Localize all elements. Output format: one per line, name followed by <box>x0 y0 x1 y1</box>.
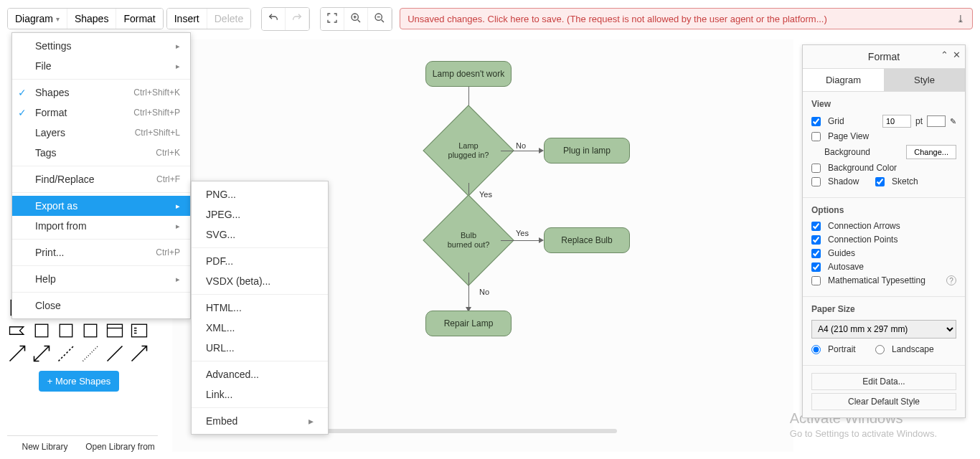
paper-size-select[interactable]: A4 (210 mm x 297 mm) <box>811 320 956 339</box>
library-bar: New Library Open Library from <box>7 435 158 452</box>
menu-item-shapes[interactable]: ✓ Shapes Ctrl+Shift+K <box>12 82 190 103</box>
zoom-out-button[interactable] <box>368 8 392 30</box>
grid-color-swatch[interactable] <box>927 115 946 127</box>
shape-list-icon[interactable] <box>129 321 149 341</box>
shape-and-icon[interactable] <box>7 321 27 341</box>
menu-item-help[interactable]: Help ▸ <box>12 269 190 289</box>
math-checkbox[interactable] <box>811 276 821 285</box>
menu-item-close[interactable]: Close <box>12 295 190 316</box>
sketch-checkbox[interactable] <box>875 177 885 186</box>
menu-group-edit: Insert Delete <box>166 8 251 29</box>
export-jpeg[interactable]: JPEG... <box>192 204 328 224</box>
grid-checkbox[interactable] <box>811 117 821 126</box>
export-vsdx[interactable]: VSDX (beta)... <box>192 271 328 291</box>
export-html[interactable]: HTML... <box>192 298 328 318</box>
flow-node-plug-in[interactable]: Plug in lamp <box>544 138 630 164</box>
arrow-right-icon <box>539 148 544 153</box>
export-pdf[interactable]: PDF... <box>192 251 328 271</box>
shape-window-icon[interactable] <box>105 321 125 341</box>
shape-diagarrow-icon[interactable] <box>7 344 27 364</box>
new-library-button[interactable]: New Library <box>7 442 83 452</box>
page-view-checkbox[interactable] <box>811 132 821 141</box>
menu-item-import-from[interactable]: Import from ▸ <box>12 216 190 236</box>
fit-page-button[interactable] <box>321 8 344 30</box>
landscape-radio[interactable] <box>875 345 885 354</box>
flow-node-replace-bulb[interactable]: Replace Bulb <box>544 227 630 253</box>
flow-node-start[interactable]: Lamp doesn't work <box>425 61 512 87</box>
shape-square3-icon[interactable] <box>80 321 100 341</box>
section-paper-size: Paper Size A4 (210 mm x 297 mm) Portrait… <box>803 297 965 366</box>
menu-separator <box>12 292 190 293</box>
conn-arrows-checkbox[interactable] <box>811 222 821 231</box>
zoom-in-icon <box>350 12 362 24</box>
portrait-radio[interactable] <box>811 345 821 354</box>
shape-biarrow-icon[interactable] <box>32 344 52 364</box>
more-shapes-button[interactable]: + More Shapes <box>39 371 120 392</box>
diagram-menu-dropdown: Settings ▸ File ▸ ✓ Shapes Ctrl+Shift+K … <box>11 32 191 319</box>
menu-shapes[interactable]: Shapes <box>67 9 116 29</box>
edit-data-button[interactable]: Edit Data... <box>811 373 956 390</box>
menu-item-export-as[interactable]: Export as ▸ <box>12 196 190 216</box>
arrow-right-icon <box>539 237 544 243</box>
tab-style[interactable]: Style <box>884 69 965 92</box>
shape-dashline-icon[interactable] <box>56 344 76 364</box>
menu-item-print[interactable]: Print... Ctrl+P <box>12 242 190 262</box>
help-icon[interactable]: ? <box>946 275 956 285</box>
menu-format[interactable]: Format <box>116 9 162 29</box>
guides-checkbox[interactable] <box>811 249 821 258</box>
menu-item-format-toggle[interactable]: ✓ Format Ctrl+Shift+P <box>12 103 190 123</box>
shadow-checkbox[interactable] <box>811 177 821 186</box>
fit-page-icon <box>326 12 338 24</box>
flow-node-decision-plugged[interactable]: Lamp plugged in? <box>436 118 501 183</box>
collapse-icon[interactable]: ⌃ <box>941 49 948 60</box>
export-embed[interactable]: Embed ▸ <box>192 411 328 431</box>
export-svg[interactable]: SVG... <box>192 224 328 245</box>
menu-insert[interactable]: Insert <box>167 9 207 29</box>
shape-square2-icon[interactable] <box>56 321 76 341</box>
menu-item-find-replace[interactable]: Find/Replace Ctrl+F <box>12 169 190 189</box>
menu-item-tags[interactable]: Tags Ctrl+K <box>12 143 190 163</box>
autosave-checkbox[interactable] <box>811 262 821 272</box>
bg-color-label: Background Color <box>828 163 956 173</box>
horizontal-scrollbar[interactable] <box>287 429 617 433</box>
export-xml[interactable]: XML... <box>192 318 328 338</box>
open-library-button[interactable]: Open Library from <box>83 442 158 452</box>
menu-group-doc: Diagram ▾ Shapes Format <box>7 8 164 29</box>
conn-points-checkbox[interactable] <box>811 235 821 245</box>
unsaved-warning[interactable]: Unsaved changes. Click here to save. (Th… <box>400 8 973 29</box>
export-link[interactable]: Link... <box>192 384 328 404</box>
menu-separator <box>192 247 328 248</box>
conn-points-label: Connection Points <box>828 235 956 245</box>
grid-label: Grid <box>828 116 878 126</box>
menu-delete[interactable]: Delete <box>207 9 250 29</box>
clear-default-style-button[interactable]: Clear Default Style <box>811 393 956 410</box>
menu-item-layers[interactable]: Layers Ctrl+Shift+L <box>12 123 190 143</box>
shape-square-icon[interactable] <box>32 321 52 341</box>
export-advanced[interactable]: Advanced... <box>192 364 328 384</box>
zoom-in-button[interactable] <box>344 8 368 30</box>
warning-text: Unsaved changes. Click here to save. (Th… <box>407 14 827 24</box>
close-icon[interactable]: ✕ <box>953 49 961 60</box>
export-url[interactable]: URL... <box>192 338 328 358</box>
menu-item-file[interactable]: File ▸ <box>12 56 190 76</box>
undo-button[interactable] <box>262 8 286 30</box>
shape-linearrow-icon[interactable] <box>129 344 149 364</box>
export-as-submenu: PNG... JPEG... SVG... PDF... VSDX (beta)… <box>191 181 329 435</box>
download-icon[interactable]: ⤓ <box>956 13 965 24</box>
tab-diagram[interactable]: Diagram <box>803 69 884 92</box>
redo-button[interactable] <box>286 8 309 30</box>
flow-node-repair-lamp[interactable]: Repair Lamp <box>425 311 512 336</box>
flow-node-decision-bulb[interactable]: Bulb burned out? <box>436 208 501 273</box>
flow-edge <box>501 240 540 241</box>
svg-rect-4 <box>35 324 48 337</box>
bg-color-checkbox[interactable] <box>811 164 821 173</box>
background-change-button[interactable]: Change... <box>906 145 956 159</box>
shape-dotline-icon[interactable] <box>80 344 100 364</box>
menu-separator <box>192 294 328 295</box>
menu-item-settings[interactable]: Settings ▸ <box>12 36 190 56</box>
grid-size-input[interactable] <box>882 115 911 128</box>
export-png[interactable]: PNG... <box>192 184 328 204</box>
shape-line-icon[interactable] <box>105 344 125 364</box>
pencil-icon[interactable]: ✎ <box>950 117 956 126</box>
menu-diagram[interactable]: Diagram ▾ <box>8 9 67 29</box>
